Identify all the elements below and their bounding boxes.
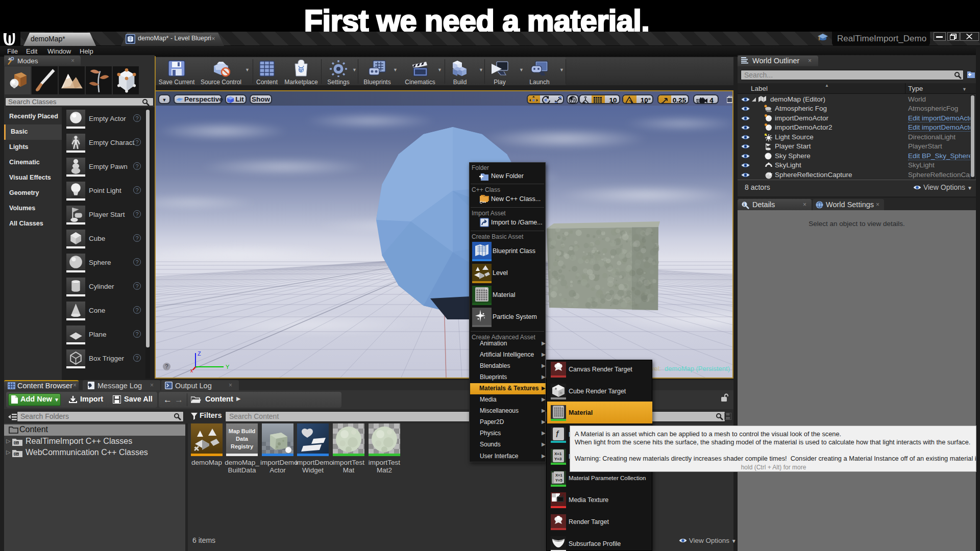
svg-text:i: i xyxy=(744,202,745,207)
svg-text:C++: C++ xyxy=(14,453,20,456)
svg-text:X=1: X=1 xyxy=(554,452,562,456)
svg-text:C++: C++ xyxy=(480,201,486,204)
svg-text:u: u xyxy=(300,68,303,73)
svg-text:Y: Y xyxy=(226,364,230,370)
svg-text:Z: Z xyxy=(198,350,201,357)
svg-text:C++: C++ xyxy=(14,441,20,444)
svg-text:Y=5: Y=5 xyxy=(555,478,562,483)
svg-text:x: x xyxy=(190,368,193,373)
svg-text:Y=3: Y=3 xyxy=(554,457,562,461)
svg-text:X=1: X=1 xyxy=(555,473,562,478)
